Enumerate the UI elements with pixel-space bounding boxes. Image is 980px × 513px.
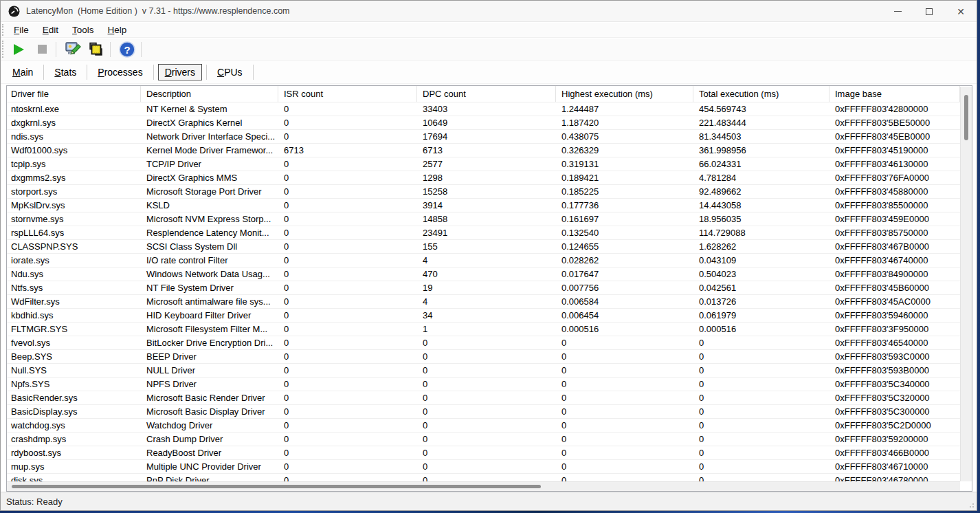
- toolbar-gripper[interactable]: [2, 41, 5, 58]
- table-cell: 0xFFFFF803'45B60000: [829, 281, 960, 294]
- table-cell: 0xFFFFF803'46130000: [829, 157, 960, 171]
- table-cell: 23491: [417, 226, 556, 239]
- column-header[interactable]: Total execution (ms): [693, 86, 829, 102]
- table-row[interactable]: watchdog.sysWatchdog Driver00000xFFFFF80…: [7, 419, 972, 433]
- close-button[interactable]: ✕: [945, 1, 977, 22]
- table-row[interactable]: ndis.sysNetwork Driver Interface Speci..…: [7, 130, 972, 144]
- column-header[interactable]: Description: [141, 86, 278, 102]
- table-cell: FLTMGR.SYS: [7, 323, 141, 336]
- table-cell: 0: [556, 419, 693, 432]
- tab-main[interactable]: Main: [6, 65, 39, 80]
- copy-report-button[interactable]: [86, 41, 107, 58]
- column-header[interactable]: Driver file: [7, 86, 141, 102]
- column-header[interactable]: Image base: [829, 86, 960, 102]
- tab-separator: [43, 65, 44, 80]
- table-row[interactable]: fvevol.sysBitLocker Drive Encryption Dri…: [7, 336, 972, 350]
- table-row[interactable]: Null.SYSNULL Driver00000xFFFFF803'593B00…: [7, 364, 972, 378]
- table-cell: ndis.sys: [7, 130, 141, 143]
- table-row[interactable]: stornvme.sysMicrosoft NVM Express Storp.…: [7, 212, 972, 226]
- table-cell: 92.489662: [693, 185, 829, 198]
- table-row[interactable]: kbdhid.sysHID Keyboard Filter Driver0340…: [7, 309, 972, 323]
- table-row[interactable]: Ndu.sysWindows Network Data Usag...04700…: [7, 268, 972, 281]
- table-cell: 0: [693, 419, 829, 432]
- table-cell: storport.sys: [7, 185, 141, 198]
- tab-processes[interactable]: Processes: [91, 65, 148, 80]
- table-row[interactable]: mup.sysMultiple UNC Provider Driver00000…: [7, 460, 972, 474]
- table-cell: 1298: [417, 171, 556, 184]
- start-monitor-button[interactable]: [8, 41, 29, 58]
- minimize-button[interactable]: [882, 1, 913, 22]
- table-row[interactable]: rdyboost.sysReadyBoost Driver00000xFFFFF…: [7, 446, 972, 460]
- menu-item-edit[interactable]: Edit: [37, 23, 64, 36]
- column-header[interactable]: DPC count: [417, 86, 556, 102]
- horizontal-scrollbar-thumb[interactable]: [12, 485, 541, 488]
- table-cell: 0xFFFFF803'45880000: [829, 185, 960, 198]
- table-cell: 0xFFFFF803'46710000: [829, 460, 960, 473]
- table-row[interactable]: BasicRender.sysMicrosoft Basic Render Dr…: [7, 391, 972, 405]
- tab-drivers[interactable]: Drivers: [158, 64, 202, 80]
- table-cell: 0: [693, 350, 829, 363]
- table-row[interactable]: iorate.sysI/O rate control Filter040.028…: [7, 254, 972, 268]
- table-cell: 0xFFFFF803'593B0000: [829, 364, 960, 377]
- vertical-scrollbar-thumb[interactable]: [964, 95, 968, 140]
- stop-monitor-button[interactable]: [32, 41, 52, 58]
- table-row[interactable]: CLASSPNP.SYSSCSI Class System Dll01550.1…: [7, 240, 972, 254]
- table-cell: 0.124655: [556, 240, 693, 253]
- table-row[interactable]: FLTMGR.SYSMicrosoft Filesystem Filter M.…: [7, 323, 972, 336]
- table-cell: 3914: [417, 199, 556, 212]
- horizontal-scrollbar[interactable]: [7, 481, 960, 491]
- resize-grip[interactable]: [968, 501, 975, 508]
- table-cell: 0: [278, 405, 417, 418]
- maximize-button[interactable]: [913, 1, 945, 22]
- column-header[interactable]: ISR count: [278, 86, 417, 102]
- table-row[interactable]: WdFilter.sysMicrosoft antimalware file s…: [7, 295, 972, 309]
- table-cell: Microsoft Basic Display Driver: [141, 405, 278, 418]
- vertical-scrollbar[interactable]: [960, 87, 972, 481]
- tab-stats[interactable]: Stats: [48, 65, 82, 80]
- table-cell: 0: [693, 364, 829, 377]
- table-cell: DirectX Graphics MMS: [141, 171, 278, 184]
- table-row[interactable]: crashdmp.sysCrash Dump Driver00000xFFFFF…: [7, 433, 972, 446]
- table-row[interactable]: MpKslDrv.sysKSLD039140.17773614.4430580x…: [7, 199, 972, 212]
- menu-item-file[interactable]: File: [8, 23, 34, 36]
- tab-separator: [206, 65, 207, 80]
- table-cell: SCSI Class System Dll: [141, 240, 278, 253]
- table-row[interactable]: Ntfs.sysNT File System Driver0190.007756…: [7, 281, 972, 295]
- table-cell: 0: [278, 336, 417, 349]
- table-row[interactable]: storport.sysMicrosoft Storage Port Drive…: [7, 185, 972, 199]
- table-cell: 0: [556, 391, 693, 404]
- table-cell: 155: [417, 240, 556, 253]
- table-cell: 0xFFFFF803'45190000: [829, 144, 960, 157]
- help-button[interactable]: ?: [117, 41, 137, 58]
- table-cell: ntoskrnl.exe: [7, 102, 141, 116]
- table-cell: 0: [693, 336, 829, 349]
- table-row[interactable]: BasicDisplay.sysMicrosoft Basic Display …: [7, 405, 972, 419]
- drivers-table: Driver fileDescriptionISR countDPC count…: [6, 85, 972, 492]
- table-cell: 0.017647: [556, 268, 693, 281]
- table-cell: Microsoft NVM Express Storp...: [141, 212, 278, 226]
- table-row[interactable]: dxgkrnl.sysDirectX Graphics Kernel010649…: [7, 116, 972, 130]
- tab-separator: [153, 65, 154, 80]
- tab-cpus[interactable]: CPUs: [211, 65, 249, 80]
- table-row[interactable]: dxgmms2.sysDirectX Graphics MMS012980.18…: [7, 171, 972, 185]
- menu-item-tools[interactable]: Tools: [67, 23, 100, 36]
- table-cell: 0: [417, 419, 556, 432]
- table-cell: Network Driver Interface Speci...: [141, 130, 278, 143]
- table-row[interactable]: ntoskrnl.exeNT Kernel & System0334031.24…: [7, 102, 972, 116]
- table-row[interactable]: Npfs.SYSNPFS Driver00000xFFFFF803'5C3400…: [7, 378, 972, 391]
- copy-layers-icon: [87, 41, 105, 58]
- table-cell: 18.956035: [693, 212, 829, 226]
- menu-item-help[interactable]: Help: [102, 23, 133, 36]
- table-row[interactable]: Wdf01000.sysKernel Mode Driver Framewor.…: [7, 144, 972, 157]
- status-text: Status: Ready: [6, 496, 63, 507]
- column-header[interactable]: Highest execution (ms): [556, 86, 693, 102]
- table-cell: 0: [278, 130, 417, 143]
- window-controls: ✕: [882, 1, 977, 22]
- table-row[interactable]: rspLLL64.sysResplendence Latency Monit..…: [7, 226, 972, 240]
- options-button[interactable]: [63, 41, 83, 58]
- table-row[interactable]: tcpip.sysTCP/IP Driver025770.31913166.02…: [7, 157, 972, 171]
- table-cell: 4.781284: [693, 171, 829, 184]
- menubar-gripper[interactable]: [2, 24, 5, 36]
- table-row[interactable]: Beep.SYSBEEP Driver00000xFFFFF803'593C00…: [7, 350, 972, 364]
- table-cell: 0xFFFFF803'5BE50000: [829, 116, 960, 129]
